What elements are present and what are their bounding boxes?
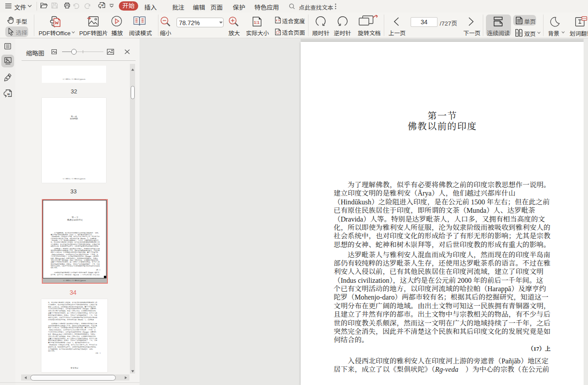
svg-text:w: w (7, 92, 10, 96)
svg-text:1:1: 1:1 (254, 20, 259, 25)
svg-text:w: w (101, 4, 103, 7)
